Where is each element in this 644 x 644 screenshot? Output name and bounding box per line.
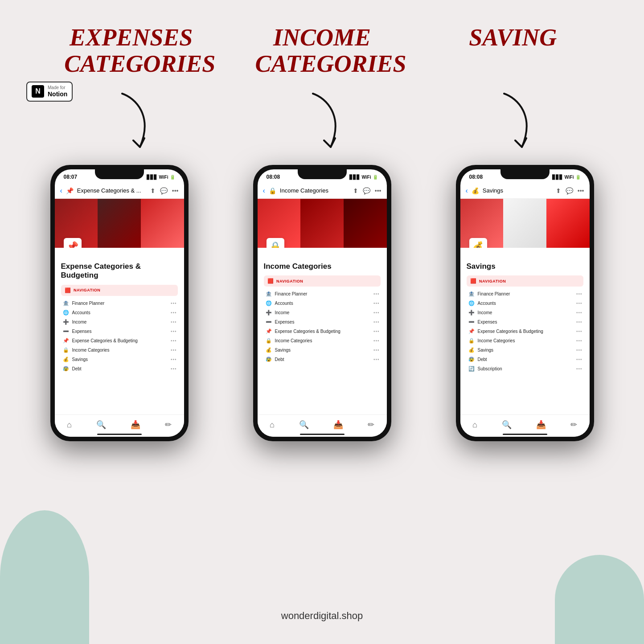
search-icon-2[interactable]: 🔍 xyxy=(299,420,309,430)
hero-img-2b xyxy=(300,199,344,248)
back-button-3[interactable]: ‹ xyxy=(466,187,468,195)
nav-bar-3: ‹ 💰 Savings ⬆ 💬 ••• xyxy=(460,183,590,199)
bg-blob-left xyxy=(0,510,89,644)
nav-section-3: 🟥 NAVIGATION xyxy=(467,275,583,287)
nav-section-label-3: 🟥 NAVIGATION xyxy=(470,278,580,284)
back-button-1[interactable]: ‹ xyxy=(60,187,62,195)
expenses-label: EXPENSES CATEGORIES xyxy=(64,25,198,78)
expenses-label-block: EXPENSES CATEGORIES xyxy=(64,25,198,78)
nav-action-icons-2: ⬆ 💬 ••• xyxy=(353,187,381,194)
phone-notch-2 xyxy=(298,169,347,179)
edit-icon-1[interactable]: ✏ xyxy=(165,420,172,430)
saving-label-block: SAVING xyxy=(446,25,580,51)
nav-item-income-cat-3[interactable]: 🔒 Income Categories ••• xyxy=(467,336,583,345)
nav-item-accounts-3[interactable]: 🌐 Accounts ••• xyxy=(467,299,583,308)
content-area-3: Savings 🟥 NAVIGATION 🏦 Finance Planner •… xyxy=(460,248,590,377)
hero-img-1c xyxy=(141,199,184,248)
hero-img-1b xyxy=(98,199,141,248)
nav-item-income-2[interactable]: ➕ Income ••• xyxy=(264,308,381,317)
edit-icon-2[interactable]: ✏ xyxy=(368,420,374,430)
arrow-3 xyxy=(446,89,580,160)
nav-item-savings-1[interactable]: 💰 Savings ••• xyxy=(61,355,178,364)
page-icon-3: 💰 xyxy=(469,238,487,248)
hero-area-2: 🔒 xyxy=(258,199,387,248)
nav-item-finance-2[interactable]: 🏦 Finance Planner ••• xyxy=(264,289,381,299)
nav-item-subscription-3[interactable]: 🔄 Subscription ••• xyxy=(467,364,583,373)
inbox-icon-3[interactable]: 📥 xyxy=(536,420,546,430)
nav-section-2: 🟥 NAVIGATION xyxy=(264,275,381,287)
status-icons-1: ▊▊▊ WiFi 🔋 xyxy=(147,175,175,180)
content-area-2: Income Categories 🟥 NAVIGATION 🏦 Finance… xyxy=(258,248,387,368)
page-title-3: Savings xyxy=(467,262,583,271)
nav-action-icons-1: ⬆ 💬 ••• xyxy=(150,187,179,194)
nav-title-2: Income Categories xyxy=(280,187,349,194)
back-button-2[interactable]: ‹ xyxy=(263,187,265,195)
search-icon-1[interactable]: 🔍 xyxy=(96,420,106,430)
hero-img-3b xyxy=(503,199,546,248)
income-label-block: INCOME CATEGORIES xyxy=(255,25,389,78)
nav-item-expenses-2[interactable]: ➖ Expenses ••• xyxy=(264,317,381,327)
nav-section-1: 🟥 NAVIGATION xyxy=(61,285,178,296)
page-icon-1: 📌 xyxy=(64,238,82,248)
bottom-nav-1: ⌂ 🔍 📥 ✏ xyxy=(55,414,184,437)
nav-bar-1: ‹ 📌 Expense Categories & ... ⬆ 💬 ••• xyxy=(55,183,184,199)
content-area-1: Expense Categories &Budgeting 🟥 NAVIGATI… xyxy=(55,248,184,377)
nav-item-debt-3[interactable]: 😰 Debt ••• xyxy=(467,355,583,364)
nav-item-expense-cat-3[interactable]: 📌 Expense Categories & Budgeting ••• xyxy=(467,327,583,336)
nav-title-1: Expense Categories & ... xyxy=(77,187,147,194)
phone-income: 08:08 ▊▊▊ WiFi 🔋 ‹ 🔒 Income Categories ⬆… xyxy=(253,165,391,441)
bottom-nav-3: ⌂ 🔍 📥 ✏ xyxy=(460,414,590,437)
labels-row: EXPENSES CATEGORIES INCOME CATEGORIES SA… xyxy=(0,25,644,78)
nav-item-expense-cat-1[interactable]: 📌 Expense Categories & Budgeting ••• xyxy=(61,336,178,345)
page-icon-2: 🔒 xyxy=(267,238,284,248)
home-indicator-1 xyxy=(97,434,142,435)
nav-item-accounts-2[interactable]: 🌐 Accounts ••• xyxy=(264,299,381,308)
nav-item-income-cat-2[interactable]: 🔒 Income Categories ••• xyxy=(264,336,381,345)
status-icons-2: ▊▊▊ WiFi 🔋 xyxy=(349,175,377,180)
nav-item-finance-1[interactable]: 🏦 Finance Planner ••• xyxy=(61,299,178,308)
status-icons-3: ▊▊▊ WiFi 🔋 xyxy=(552,175,580,180)
inbox-icon-2[interactable]: 📥 xyxy=(333,420,343,430)
home-icon-3[interactable]: ⌂ xyxy=(472,420,477,430)
inbox-icon-1[interactable]: 📥 xyxy=(131,420,140,430)
arrow-1 xyxy=(64,89,198,160)
status-time-2: 08:08 xyxy=(267,174,280,180)
nav-item-finance-3[interactable]: 🏦 Finance Planner ••• xyxy=(467,289,583,299)
nav-item-debt-1[interactable]: 😰 Debt ••• xyxy=(61,364,178,373)
home-icon-2[interactable]: ⌂ xyxy=(270,420,275,430)
phone-notch-3 xyxy=(500,169,550,179)
hero-img-2c xyxy=(344,199,387,248)
nav-bar-2: ‹ 🔒 Income Categories ⬆ 💬 ••• xyxy=(258,183,387,199)
nav-item-income-3[interactable]: ➕ Income ••• xyxy=(467,308,583,317)
hero-area-1: 📌 xyxy=(55,199,184,248)
saving-label: SAVING xyxy=(446,25,580,51)
nav-section-label-1: 🟥 NAVIGATION xyxy=(65,287,174,293)
nav-item-debt-2[interactable]: 😰 Debt ••• xyxy=(264,355,381,364)
phones-row: 08:07 ▊▊▊ WiFi 🔋 ‹ 📌 Expense Categories … xyxy=(0,165,644,441)
nav-action-icons-3: ⬆ 💬 ••• xyxy=(556,187,584,194)
phone-savings: 08:08 ▊▊▊ WiFi 🔋 ‹ 💰 Savings ⬆ 💬 ••• xyxy=(456,165,594,441)
phone-notch-1 xyxy=(95,169,144,179)
nav-item-savings-2[interactable]: 💰 Savings ••• xyxy=(264,345,381,355)
status-time-1: 08:07 xyxy=(64,174,78,180)
footer: wonderdigital.shop xyxy=(0,610,644,622)
arrows-row xyxy=(0,89,644,160)
status-time-3: 08:08 xyxy=(469,174,483,180)
page-title-2: Income Categories xyxy=(264,262,381,271)
nav-item-expense-cat-2[interactable]: 📌 Expense Categories & Budgeting ••• xyxy=(264,327,381,336)
income-label: INCOME CATEGORIES xyxy=(255,25,389,78)
nav-item-savings-3[interactable]: 💰 Savings ••• xyxy=(467,345,583,355)
edit-icon-3[interactable]: ✏ xyxy=(570,420,577,430)
nav-item-income-cat-1[interactable]: 🔒 Income Categories ••• xyxy=(61,345,178,355)
hero-area-3: 💰 xyxy=(460,199,590,248)
phone-expenses-inner: 08:07 ▊▊▊ WiFi 🔋 ‹ 📌 Expense Categories … xyxy=(55,169,184,437)
nav-item-income-1[interactable]: ➕ Income ••• xyxy=(61,317,178,327)
search-icon-3[interactable]: 🔍 xyxy=(502,420,512,430)
arrow-2 xyxy=(255,89,389,160)
home-icon-1[interactable]: ⌂ xyxy=(67,420,72,430)
nav-item-accounts-1[interactable]: 🌐 Accounts ••• xyxy=(61,308,178,317)
nav-item-expenses-3[interactable]: ➖ Expenses ••• xyxy=(467,317,583,327)
nav-title-3: Savings xyxy=(483,187,552,194)
nav-item-expenses-1[interactable]: ➖ Expenses ••• xyxy=(61,327,178,336)
home-indicator-3 xyxy=(503,434,547,435)
